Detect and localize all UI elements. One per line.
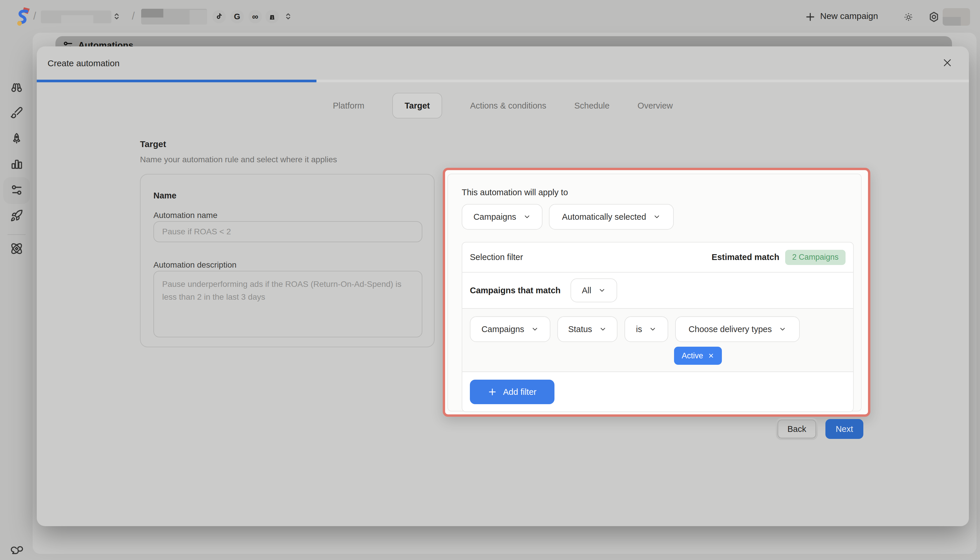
- apply-card: This automation will apply to Campaigns …: [447, 173, 862, 412]
- section-subheading: Name your automation rule and select whe…: [140, 155, 337, 164]
- sidebar-item-automations-sliders-icon[interactable]: [10, 183, 23, 197]
- shopify-icon[interactable]: [266, 10, 279, 23]
- workspace-switcher-redacted[interactable]: [41, 10, 111, 23]
- chevron-down-icon: [598, 287, 606, 294]
- breadcrumb-separator: /: [132, 10, 135, 22]
- filter-row: Campaigns Status is Choose delivery: [462, 309, 853, 372]
- tab-overview[interactable]: Overview: [638, 101, 673, 111]
- sidebar-item-rocket-icon[interactable]: [10, 209, 23, 222]
- breadcrumb-separator: /: [33, 10, 36, 22]
- chevrons-up-down-icon[interactable]: [284, 12, 293, 21]
- chevron-down-icon: [649, 325, 656, 333]
- filter-operator-dropdown[interactable]: is: [625, 316, 668, 342]
- chevron-down-icon: [599, 325, 607, 333]
- match-mode-dropdown[interactable]: All: [570, 278, 617, 302]
- new-campaign-button[interactable]: New campaign: [820, 11, 878, 21]
- filter-entity-dropdown[interactable]: Campaigns: [470, 316, 550, 342]
- chat-support-icon[interactable]: [10, 544, 23, 557]
- selection-filter-title: Selection filter: [470, 252, 523, 262]
- progress-fill: [37, 80, 316, 82]
- apply-panel-highlighted: This automation will apply to Campaigns …: [443, 168, 870, 417]
- settings-gear-icon[interactable]: [928, 11, 940, 23]
- back-button[interactable]: Back: [777, 420, 816, 438]
- theme-toggle-sun-icon[interactable]: [904, 12, 914, 22]
- chevrons-up-down-icon[interactable]: [112, 12, 121, 21]
- modal-title: Create automation: [48, 58, 120, 68]
- sidebar-item-binoculars-icon[interactable]: [10, 81, 23, 94]
- tab-platform[interactable]: Platform: [333, 101, 364, 111]
- app-logo[interactable]: [15, 7, 31, 26]
- apply-dropdown-row: Campaigns Automatically selected: [462, 204, 674, 230]
- add-filter-button[interactable]: Add filter: [470, 380, 555, 404]
- sidebar-item-brush-icon[interactable]: [10, 106, 23, 119]
- logo-yellow-shape: [17, 21, 22, 26]
- selection-filter-footer: Add filter: [462, 372, 853, 412]
- selected-values-row: Active: [470, 347, 853, 365]
- selection-filter-header: Selection filter Estimated match 2 Campa…: [462, 243, 853, 272]
- remove-chip-x-icon[interactable]: [708, 353, 714, 359]
- chevron-down-icon: [779, 325, 786, 333]
- close-icon[interactable]: [942, 57, 953, 68]
- name-card-heading: Name: [153, 191, 176, 200]
- tab-target[interactable]: Target: [392, 93, 442, 118]
- plus-icon[interactable]: [805, 12, 816, 22]
- tiktok-icon[interactable]: [212, 10, 226, 23]
- tab-actions-conditions[interactable]: Actions & conditions: [470, 101, 546, 111]
- estimated-match-badge: 2 Campaigns: [785, 250, 845, 265]
- next-button[interactable]: Next: [826, 419, 863, 439]
- match-row-label: Campaigns that match: [470, 286, 561, 295]
- tab-schedule[interactable]: Schedule: [574, 101, 610, 111]
- automation-description-input[interactable]: [153, 271, 422, 337]
- sidebar-item-bar-chart-icon[interactable]: [10, 158, 23, 171]
- selection-mode-dropdown[interactable]: Automatically selected: [549, 204, 674, 230]
- selection-filter-card: Selection filter Estimated match 2 Campa…: [462, 242, 854, 412]
- meta-icon[interactable]: ∞: [249, 10, 262, 23]
- automation-description-label: Automation description: [153, 260, 236, 270]
- topbar: / / G ∞ New campaign: [0, 0, 980, 33]
- progress-bar: [37, 80, 969, 82]
- chevron-down-icon: [531, 325, 539, 333]
- apply-panel-title: This automation will apply to: [462, 188, 568, 197]
- match-mode-row: Campaigns that match All: [462, 273, 853, 308]
- name-card: Name Automation name Automation descript…: [140, 174, 435, 347]
- entity-dropdown[interactable]: Campaigns: [462, 204, 543, 230]
- automation-name-input[interactable]: [153, 221, 422, 242]
- section-heading: Target: [140, 139, 166, 149]
- estimated-match-label: Estimated match: [712, 252, 779, 262]
- plus-icon: [488, 388, 497, 396]
- sidebar-item-launch-rocket-icon[interactable]: [10, 132, 23, 145]
- account-switcher-redacted[interactable]: [141, 9, 207, 25]
- step-tabs: Platform Target Actions & conditions Sch…: [37, 92, 969, 119]
- filter-field-dropdown[interactable]: Status: [557, 316, 618, 342]
- automation-name-label: Automation name: [153, 211, 217, 220]
- chevron-down-icon: [653, 213, 661, 221]
- google-icon[interactable]: G: [231, 10, 244, 23]
- user-avatar-redacted[interactable]: [943, 8, 970, 26]
- active-value-chip[interactable]: Active: [674, 347, 722, 365]
- create-automation-modal: Create automation Platform Target Action…: [37, 47, 969, 526]
- sidebar-divider: [8, 234, 26, 235]
- chevron-down-icon: [523, 213, 531, 221]
- filter-value-dropdown[interactable]: Choose delivery types: [675, 316, 800, 342]
- sidebar-item-atom-icon[interactable]: [10, 242, 23, 255]
- sidebar: ?: [0, 33, 33, 560]
